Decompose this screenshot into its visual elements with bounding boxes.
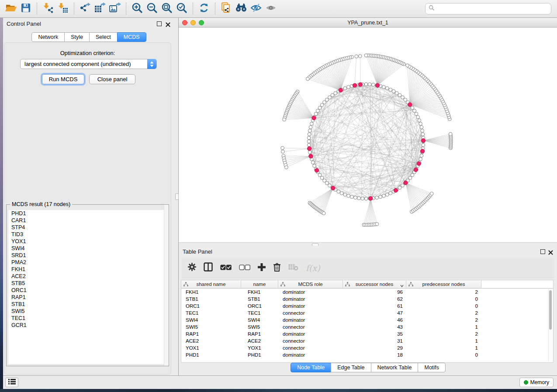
float-window-icon[interactable] xyxy=(540,249,545,254)
save-session-button[interactable] xyxy=(18,1,33,16)
hide-selection-button[interactable] xyxy=(249,1,263,16)
criterion-dropdown[interactable]: largest connected component (undirected) xyxy=(20,59,157,69)
column-header-name[interactable]: name xyxy=(241,280,278,289)
column-header-mcds-role[interactable]: MCDS role xyxy=(278,280,343,289)
mcds-result-item[interactable]: ORC1 xyxy=(8,287,167,294)
apply-layout-button[interactable] xyxy=(197,1,211,16)
tab-style[interactable]: Style xyxy=(64,32,90,42)
network-canvas[interactable] xyxy=(179,28,557,242)
table-cell: 1 xyxy=(406,344,481,351)
zoom-in-icon xyxy=(131,2,143,15)
show-all-button[interactable] xyxy=(263,1,278,16)
close-panel-icon[interactable] xyxy=(166,21,170,26)
mcds-result-item[interactable]: SWI5 xyxy=(8,308,167,315)
close-panel-button[interactable]: Close panel xyxy=(89,74,135,84)
vertical-splitter[interactable] xyxy=(175,18,179,375)
tab-network-table[interactable]: Network Table xyxy=(371,363,419,372)
table-row[interactable]: SWI5SWI5connector431 xyxy=(181,323,553,330)
tab-select[interactable]: Select xyxy=(89,32,118,42)
search-input[interactable] xyxy=(437,5,551,12)
memory-status-icon xyxy=(524,380,528,385)
memory-button[interactable]: Memory xyxy=(519,378,554,387)
column-header-successor-nodes[interactable]: successor nodes xyxy=(343,280,406,289)
search-field[interactable] xyxy=(425,3,551,14)
mcds-result-list[interactable]: PHD1CAR1STP4TID3YOX1SWI4SRD1PMA2FKH1ACE2… xyxy=(8,210,167,364)
mcds-result-item[interactable]: ACE2 xyxy=(8,273,167,280)
network-canvas-svg[interactable] xyxy=(179,28,557,242)
toolbar-separator xyxy=(215,3,215,15)
desktop-wallpaper-bottom xyxy=(0,389,557,392)
deselect-all-button[interactable] xyxy=(239,264,250,272)
mcds-result-item[interactable]: PMA2 xyxy=(8,259,167,266)
delete-rows-button[interactable] xyxy=(273,263,281,273)
table-row[interactable]: FKH1FKH1dominator962 xyxy=(181,289,553,296)
mcds-result-item[interactable]: STB5 xyxy=(8,280,167,287)
status-menu-button[interactable] xyxy=(5,378,18,387)
mcds-result-item[interactable]: YOX1 xyxy=(8,238,167,245)
mcds-result-group: MCDS result (17 nodes) PHD1CAR1STP4TID3Y… xyxy=(6,204,169,366)
network-window-titlebar[interactable]: YPA_prune.txt_1 xyxy=(179,18,557,28)
mcds-list-scrollbar[interactable] xyxy=(164,205,169,366)
run-mcds-button[interactable]: Run MCDS xyxy=(42,74,84,84)
column-label: MCDS role xyxy=(298,282,322,287)
table-row[interactable]: PHD1PHD1dominator180 xyxy=(181,351,553,358)
horizontal-splitter[interactable] xyxy=(179,242,557,246)
table-scrollbar[interactable] xyxy=(548,289,553,362)
table-cell: 1 xyxy=(406,323,481,330)
export-table-button[interactable] xyxy=(93,1,107,16)
mcds-result-item[interactable]: GCR1 xyxy=(8,322,167,329)
add-row-button[interactable] xyxy=(258,263,266,273)
mcds-result-item[interactable]: FKH1 xyxy=(8,266,167,273)
import-table-button[interactable] xyxy=(55,1,70,16)
select-all-button[interactable] xyxy=(220,264,232,272)
table-row[interactable]: SWI4SWI4dominator462 xyxy=(181,316,553,323)
export-table-icon xyxy=(94,2,106,15)
mcds-result-item[interactable]: STP4 xyxy=(8,224,167,231)
export-network-button[interactable] xyxy=(78,1,93,16)
binoculars-icon xyxy=(235,3,248,15)
mcds-result-item[interactable]: PHD1 xyxy=(8,210,167,217)
function-builder-button[interactable]: f(x) xyxy=(306,263,320,273)
column-header-shared-name[interactable]: shared name xyxy=(181,280,241,289)
table-cell: 2 xyxy=(406,330,481,337)
table-row[interactable]: ORC1ORC1dominator610 xyxy=(181,303,553,309)
zoom-fit-button[interactable] xyxy=(159,1,174,16)
table-cell: connector xyxy=(278,337,343,344)
float-window-icon[interactable] xyxy=(157,21,162,26)
mcds-result-item[interactable]: RAP1 xyxy=(8,294,167,301)
mcds-result-item[interactable]: SWI4 xyxy=(8,245,167,252)
import-network-button[interactable] xyxy=(41,1,55,16)
zoom-selected-button[interactable] xyxy=(174,1,189,16)
export-image-button[interactable] xyxy=(107,1,122,16)
close-panel-icon[interactable] xyxy=(548,249,553,254)
new-network-from-selection-button[interactable] xyxy=(219,1,234,16)
mcds-result-item[interactable]: SRD1 xyxy=(8,252,167,259)
mcds-result-item[interactable]: CAR1 xyxy=(8,217,167,224)
table-cell: dominator xyxy=(278,351,343,358)
mcds-result-item[interactable]: TID3 xyxy=(8,231,167,238)
mcds-result-item[interactable]: TEC1 xyxy=(8,315,167,322)
tab-edge-table[interactable]: Edge Table xyxy=(331,363,371,372)
show-columns-button[interactable] xyxy=(204,262,213,273)
column-header-predecessor-nodes[interactable]: predecessor nodes xyxy=(406,280,481,289)
tab-mcds[interactable]: MCDS xyxy=(117,32,146,42)
column-label: successor nodes xyxy=(356,282,393,287)
table-row[interactable]: ACE2ACE2connector311 xyxy=(181,337,553,344)
zoom-in-button[interactable] xyxy=(130,1,145,16)
table-row[interactable]: STB1STB1dominator620 xyxy=(181,296,553,303)
table-row[interactable]: RAP1RAP1dominator352 xyxy=(181,330,553,337)
table-cell xyxy=(481,303,553,309)
open-session-button[interactable] xyxy=(3,1,18,16)
first-neighbors-button[interactable] xyxy=(234,1,249,16)
table-row[interactable]: YOX1YOX1connector291 xyxy=(181,344,553,351)
table-scrollbar-thumb[interactable] xyxy=(549,290,552,330)
table-row[interactable]: TEC1TEC1connector472 xyxy=(181,309,553,316)
zoom-out-button[interactable] xyxy=(145,1,159,16)
tab-motifs[interactable]: Motifs xyxy=(418,363,445,372)
vertical-splitter-grip[interactable] xyxy=(175,193,179,200)
table-settings-button[interactable] xyxy=(188,263,196,273)
tab-network[interactable]: Network xyxy=(31,32,65,42)
delete-table-button[interactable] xyxy=(288,264,298,272)
mcds-result-item[interactable]: STB1 xyxy=(8,301,167,308)
tab-node-table[interactable]: Node Table xyxy=(291,363,331,372)
